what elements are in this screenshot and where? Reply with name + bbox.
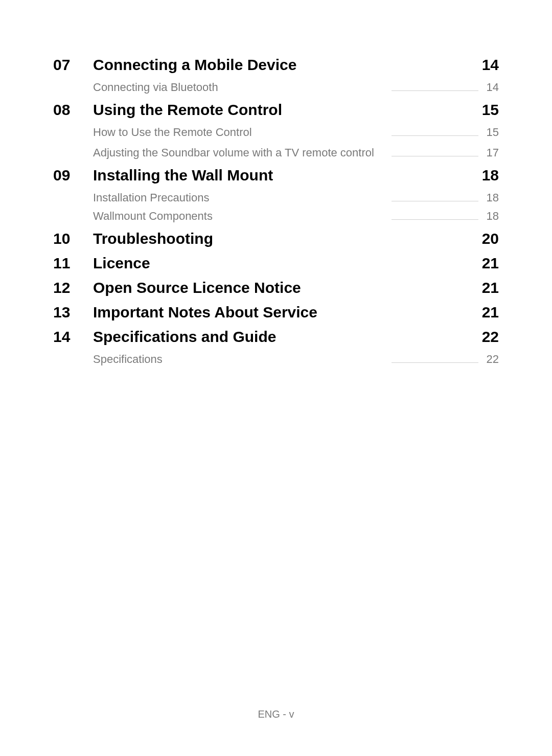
toc-section-header: 10 Troubleshooting 20 — [53, 230, 499, 247]
toc-subsection: How to Use the Remote Control 15 — [53, 126, 499, 139]
section-number: 07 — [53, 56, 93, 74]
leader-line — [392, 362, 478, 363]
leader-line-wrap — [252, 135, 485, 139]
toc-subsection: Connecting via Bluetooth 14 — [53, 81, 499, 94]
toc-section-header: 11 Licence 21 — [53, 255, 499, 272]
toc-section-header: 08 Using the Remote Control 15 — [53, 101, 499, 119]
subsection-page: 22 — [485, 353, 499, 366]
section-title: Important Notes About Service — [93, 304, 478, 321]
toc-section: 11 Licence 21 — [53, 255, 499, 272]
section-page: 21 — [478, 304, 499, 321]
toc-section-header: 13 Important Notes About Service 21 — [53, 304, 499, 321]
subsection-title: Adjusting the Soundbar volume with a TV … — [93, 146, 374, 159]
section-number: 13 — [53, 304, 93, 321]
leader-line — [392, 135, 478, 136]
toc-section: 07 Connecting a Mobile Device 14 Connect… — [53, 56, 499, 94]
section-number: 12 — [53, 279, 93, 296]
leader-line-wrap — [213, 219, 485, 223]
toc-section-header: 09 Installing the Wall Mount 18 — [53, 167, 499, 184]
section-title: Specifications and Guide — [93, 328, 478, 346]
section-page: 14 — [478, 56, 499, 74]
leader-line — [392, 219, 478, 220]
toc-section: 08 Using the Remote Control 15 How to Us… — [53, 101, 499, 159]
toc-section: 10 Troubleshooting 20 — [53, 230, 499, 247]
section-title: Connecting a Mobile Device — [93, 56, 478, 74]
table-of-contents: 07 Connecting a Mobile Device 14 Connect… — [0, 0, 552, 366]
section-number: 09 — [53, 167, 93, 184]
toc-subsection: Specifications 22 — [53, 353, 499, 366]
subsection-page: 15 — [485, 126, 499, 139]
section-page: 18 — [478, 167, 499, 184]
section-title: Open Source Licence Notice — [93, 279, 478, 296]
toc-section: 09 Installing the Wall Mount 18 Installa… — [53, 167, 499, 223]
section-number: 11 — [53, 255, 93, 272]
section-page: 21 — [478, 279, 499, 296]
subsection-title: Specifications — [93, 353, 163, 366]
subsection-page: 17 — [485, 146, 499, 159]
section-title: Installing the Wall Mount — [93, 167, 478, 184]
subsection-title: Installation Precautions — [93, 191, 209, 204]
subsection-page: 14 — [485, 81, 499, 94]
leader-line-wrap — [374, 156, 485, 159]
toc-subsection: Installation Precautions 18 — [53, 191, 499, 204]
leader-line — [392, 90, 478, 91]
leader-line-wrap — [218, 90, 485, 94]
subsection-page: 18 — [485, 210, 499, 223]
subsection-title: Wallmount Components — [93, 210, 213, 223]
leader-line — [392, 156, 478, 156]
section-number: 14 — [53, 328, 93, 346]
section-title: Licence — [93, 255, 478, 272]
toc-subsection: Wallmount Components 18 — [53, 210, 499, 223]
toc-section-header: 14 Specifications and Guide 22 — [53, 328, 499, 346]
subsection-title: Connecting via Bluetooth — [93, 81, 218, 94]
toc-section: 12 Open Source Licence Notice 21 — [53, 279, 499, 296]
subsection-title: How to Use the Remote Control — [93, 126, 252, 139]
section-page: 15 — [478, 101, 499, 119]
toc-section-header: 07 Connecting a Mobile Device 14 — [53, 56, 499, 74]
section-page: 22 — [478, 328, 499, 346]
section-title: Troubleshooting — [93, 230, 478, 247]
section-number: 08 — [53, 101, 93, 119]
toc-section: 13 Important Notes About Service 21 — [53, 304, 499, 321]
toc-subsection: Adjusting the Soundbar volume with a TV … — [53, 146, 499, 159]
leader-line-wrap — [209, 201, 485, 204]
subsection-page: 18 — [485, 191, 499, 204]
leader-line — [392, 201, 478, 201]
toc-section: 14 Specifications and Guide 22 Specifica… — [53, 328, 499, 366]
section-page: 20 — [478, 230, 499, 247]
page-footer: ENG - v — [0, 708, 552, 720]
leader-line-wrap — [163, 362, 485, 366]
section-title: Using the Remote Control — [93, 101, 478, 119]
section-number: 10 — [53, 230, 93, 247]
section-page: 21 — [478, 255, 499, 272]
toc-section-header: 12 Open Source Licence Notice 21 — [53, 279, 499, 296]
